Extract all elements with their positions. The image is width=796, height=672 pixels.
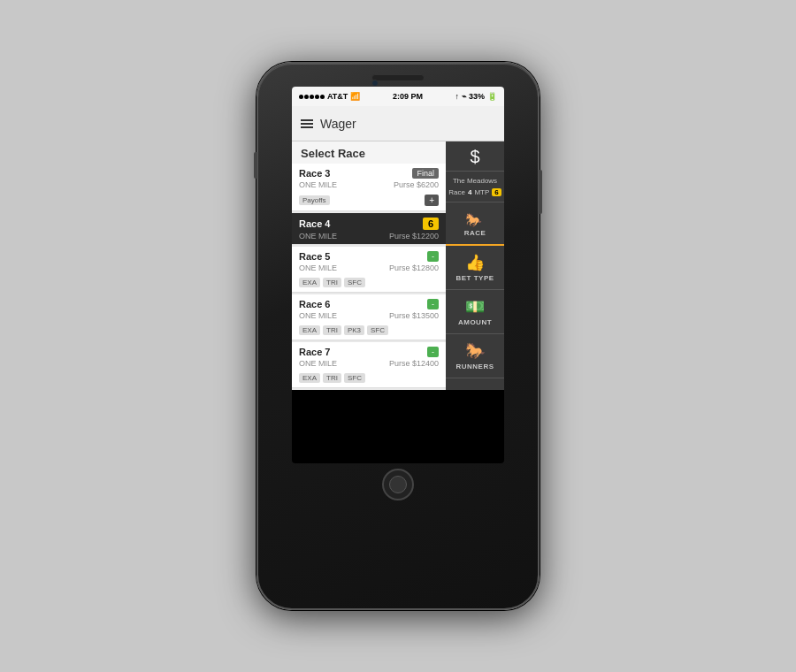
race4-header: Race 4 6: [292, 213, 446, 232]
battery-label: 33%: [469, 92, 485, 101]
home-button-inner: [389, 476, 407, 493]
nav-bet-type-label: BET TYPE: [455, 274, 494, 282]
bluetooth-icon: ⌁: [462, 92, 466, 101]
race7-tag-sfc: SFC: [344, 373, 365, 383]
runners-icon: 🐎: [465, 341, 485, 361]
race6-tags: EXA TRI PK3 SFC: [292, 324, 446, 340]
race-number: 4: [468, 188, 471, 196]
race3-sub: ONE MILE Purse $6200: [292, 180, 446, 193]
race5-tag-tri: TRI: [323, 278, 341, 287]
status-bar: AT&T 📶 2:09 PM ↑ ⌁ 33% 🔋: [292, 87, 504, 106]
race5-tags: EXA TRI SFC: [292, 276, 446, 292]
race4-distance: ONE MILE: [299, 232, 337, 241]
front-camera: [371, 80, 379, 87]
race6-tag-tri: TRI: [323, 325, 341, 335]
dollar-icon: $: [470, 147, 479, 166]
race-horse-icon: 🐎: [463, 210, 487, 229]
race6-header: Race 6 -: [292, 294, 446, 311]
race-list: Select Race Race 3 Final ONE MILE Purse …: [292, 141, 446, 390]
battery-icon: 🔋: [487, 92, 497, 101]
location-icon: ↑: [455, 92, 459, 101]
race5-badge: -: [427, 251, 439, 262]
race3-distance: ONE MILE: [299, 180, 337, 189]
race7-purse: Purse $12400: [389, 359, 439, 368]
hamburger-icon[interactable]: [301, 119, 313, 128]
race4-sub: ONE MILE Purse $12200: [292, 232, 446, 244]
race7-distance: ONE MILE: [299, 359, 337, 368]
race-item-race6[interactable]: Race 6 - ONE MILE Purse $13500 EXA TRI P…: [292, 294, 446, 340]
race5-distance: ONE MILE: [299, 263, 337, 272]
race5-purse: Purse $12800: [389, 263, 439, 272]
race6-name: Race 6: [299, 299, 330, 309]
race4-badge: 6: [423, 218, 439, 230]
race7-tag-exa: EXA: [299, 373, 320, 383]
race4-name: Race 4: [299, 218, 330, 229]
status-left: AT&T 📶: [299, 92, 360, 101]
race6-badge: -: [427, 299, 439, 309]
nav-race-label: RACE: [464, 229, 486, 237]
race3-plus-button[interactable]: +: [425, 195, 439, 206]
race5-header: Race 5 -: [292, 247, 446, 263]
race5-tag-sfc: SFC: [344, 278, 365, 287]
race-label: Race: [448, 188, 465, 196]
race3-badge: Final: [412, 168, 439, 179]
speaker: [371, 74, 425, 81]
status-right: ↑ ⌁ 33% 🔋: [455, 92, 497, 101]
app-header: Wager: [292, 106, 504, 141]
race6-tag-sfc: SFC: [367, 325, 388, 335]
home-button[interactable]: [382, 469, 414, 500]
carrier-label: AT&T: [327, 92, 348, 101]
race3-header: Race 3 Final: [292, 164, 446, 180]
screen: AT&T 📶 2:09 PM ↑ ⌁ 33% 🔋 Wager: [292, 87, 504, 463]
mtp-label: MTP: [474, 188, 489, 196]
right-sidebar: $ The Meadows Race 4 MTP 6 🐎: [446, 141, 504, 390]
race3-purse: Purse $6200: [394, 180, 439, 189]
race7-tag-tri: TRI: [323, 373, 341, 383]
wifi-icon: 📶: [350, 92, 360, 101]
race7-header: Race 7 -: [292, 342, 446, 359]
race3-tags: Payoffs +: [292, 193, 446, 210]
nav-runners-label: RUNNERS: [455, 363, 494, 370]
race5-tag-exa: EXA: [299, 278, 320, 287]
time-display: 2:09 PM: [393, 92, 423, 101]
race7-badge: -: [427, 347, 439, 357]
race-item-race7[interactable]: Race 7 - ONE MILE Purse $12400 EXA TRI S…: [292, 342, 446, 388]
race-item-race3[interactable]: Race 3 Final ONE MILE Purse $6200 Payoff…: [292, 164, 446, 211]
race7-sub: ONE MILE Purse $12400: [292, 359, 446, 371]
race6-tag-exa: EXA: [299, 325, 320, 335]
race6-tag-pk3: PK3: [344, 325, 364, 335]
sidebar-race-info: Race 4 MTP 6: [449, 188, 501, 196]
nav-item-amount[interactable]: 💵 AMOUNT: [446, 290, 504, 334]
svg-text:🐎: 🐎: [465, 211, 482, 228]
venue-label: The Meadows: [449, 177, 501, 186]
race7-tags: EXA TRI SFC: [292, 371, 446, 387]
phone-frame: AT&T 📶 2:09 PM ↑ ⌁ 33% 🔋 Wager: [256, 62, 540, 610]
bet-type-icon: 👍: [465, 253, 485, 272]
race3-name: Race 3: [299, 168, 330, 179]
race-item-race4[interactable]: Race 4 6 ONE MILE Purse $12200: [292, 213, 446, 245]
sidebar-venue-section: The Meadows Race 4 MTP 6: [446, 172, 504, 202]
nav-item-runners[interactable]: 🐎 RUNNERS: [446, 334, 504, 378]
mtp-value: 6: [492, 188, 501, 196]
signal-indicator: [299, 95, 325, 99]
nav-amount-label: AMOUNT: [458, 318, 492, 326]
amount-icon: 💵: [465, 297, 485, 317]
sidebar-dollar-section: $: [446, 141, 504, 172]
race7-name: Race 7: [299, 347, 330, 357]
nav-item-race[interactable]: 🐎 RACE: [446, 202, 504, 246]
race6-purse: Purse $13500: [389, 311, 439, 320]
race4-purse: Purse $12200: [389, 232, 439, 241]
race6-sub: ONE MILE Purse $13500: [292, 311, 446, 324]
race5-name: Race 5: [299, 251, 330, 262]
race6-distance: ONE MILE: [299, 311, 337, 320]
nav-item-bet-type[interactable]: 👍 BET TYPE: [446, 246, 504, 290]
app-title: Wager: [320, 117, 356, 131]
page-title: Select Race: [292, 141, 446, 164]
race5-sub: ONE MILE Purse $12800: [292, 263, 446, 276]
race3-tag-payoffs: Payoffs: [299, 195, 330, 205]
main-area: Select Race Race 3 Final ONE MILE Purse …: [292, 141, 504, 390]
race-item-race5[interactable]: Race 5 - ONE MILE Purse $12800 EXA TRI S…: [292, 247, 446, 293]
